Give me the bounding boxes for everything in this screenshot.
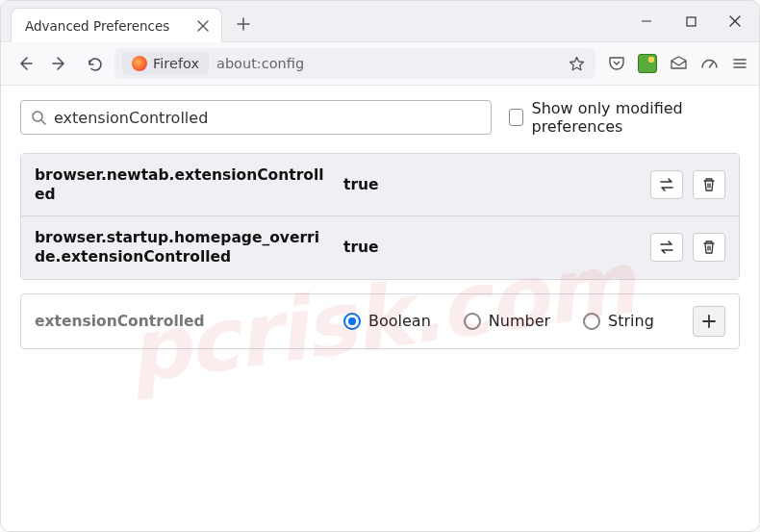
radio-label: String: [608, 312, 654, 330]
toggle-icon: [658, 241, 675, 254]
type-string[interactable]: String: [583, 312, 654, 330]
content-area: pcrisk.com Show only modified preference…: [1, 86, 759, 531]
pref-search-box[interactable]: [20, 100, 492, 135]
firefox-icon: [132, 56, 147, 71]
close-icon: [729, 15, 741, 27]
maximize-icon: [686, 16, 697, 27]
pref-name: browser.newtab.extensionControlled: [35, 165, 328, 204]
dashboard-button[interactable]: [699, 54, 719, 73]
radio-icon: [583, 313, 600, 330]
reload-button[interactable]: [80, 49, 109, 78]
plus-icon: [237, 17, 250, 31]
radio-label: Number: [489, 312, 550, 330]
app-menu-button[interactable]: [730, 54, 749, 73]
add-pref-button[interactable]: [693, 306, 725, 337]
new-tab-button[interactable]: [230, 11, 257, 38]
browser-tab[interactable]: Advanced Preferences: [11, 8, 222, 42]
checkbox-icon: [509, 109, 523, 126]
gauge-icon: [700, 55, 719, 73]
show-modified-label: Show only modified preferences: [531, 99, 740, 136]
radio-icon: [464, 313, 481, 330]
search-row: Show only modified preferences: [20, 99, 740, 136]
window-controls: [624, 1, 759, 41]
pref-actions: [650, 170, 725, 199]
browser-window: Advanced Preferences: [0, 0, 760, 532]
reload-icon: [87, 56, 103, 72]
svg-rect-0: [687, 17, 696, 26]
pref-name: browser.startup.homepage_override.extens…: [35, 228, 328, 266]
arrow-right-icon: [51, 55, 68, 72]
search-icon: [31, 110, 46, 125]
toggle-button[interactable]: [650, 170, 683, 199]
delete-button[interactable]: [693, 233, 725, 262]
pref-value: true: [343, 176, 635, 193]
pocket-icon: [608, 55, 625, 72]
identity-box[interactable]: Firefox: [122, 52, 209, 75]
delete-button[interactable]: [693, 170, 725, 199]
pref-search-input[interactable]: [54, 109, 481, 127]
trash-icon: [701, 240, 717, 255]
identity-label: Firefox: [153, 56, 199, 71]
star-icon: [569, 56, 585, 72]
tab-title: Advanced Preferences: [25, 18, 194, 34]
toolbar: Firefox about:config: [1, 41, 759, 86]
radio-label: Boolean: [368, 312, 431, 330]
bookmark-button[interactable]: [565, 56, 588, 72]
toggle-icon: [658, 178, 675, 191]
minimize-button[interactable]: [624, 4, 669, 38]
close-icon: [197, 20, 209, 32]
pref-value: true: [343, 239, 635, 256]
type-boolean[interactable]: Boolean: [343, 312, 431, 330]
back-button[interactable]: [11, 49, 39, 78]
maximize-button[interactable]: [669, 4, 713, 38]
mail-icon: [670, 55, 688, 73]
pref-list: browser.newtab.extensionControlled true …: [20, 153, 740, 280]
forward-button[interactable]: [45, 49, 74, 78]
add-pref-row: extensionControlled Boolean Number Strin…: [20, 293, 740, 349]
address-bar[interactable]: Firefox about:config: [114, 48, 595, 79]
pref-row[interactable]: browser.newtab.extensionControlled true: [21, 154, 739, 216]
url-text: about:config: [216, 56, 557, 71]
trash-icon: [701, 177, 717, 192]
type-options: Boolean Number String: [343, 312, 677, 330]
titlebar: Advanced Preferences: [1, 1, 759, 41]
pref-row[interactable]: browser.startup.homepage_override.extens…: [21, 216, 739, 278]
add-pref-name: extensionControlled: [35, 313, 328, 330]
radio-icon: [343, 313, 361, 330]
close-window-button[interactable]: [713, 4, 757, 38]
type-number[interactable]: Number: [464, 312, 550, 330]
minimize-icon: [641, 15, 652, 27]
toolbar-actions: [601, 54, 749, 73]
plus-icon: [701, 314, 717, 329]
arrow-left-icon: [16, 55, 34, 72]
extension-button[interactable]: [638, 54, 657, 73]
pref-actions: [650, 233, 725, 262]
toggle-button[interactable]: [650, 233, 683, 262]
mail-button[interactable]: [669, 54, 688, 73]
hamburger-icon: [732, 56, 747, 71]
show-modified-toggle[interactable]: Show only modified preferences: [509, 99, 740, 136]
close-tab-button[interactable]: [194, 17, 212, 35]
pocket-button[interactable]: [607, 54, 626, 73]
